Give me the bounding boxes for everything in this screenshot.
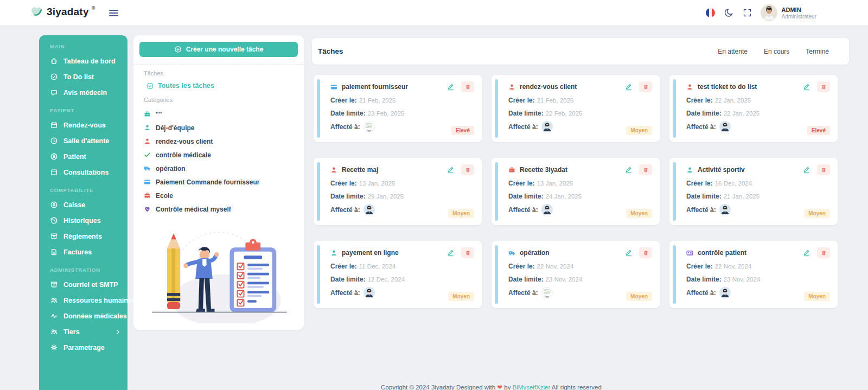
edit-task-button[interactable]	[624, 82, 634, 92]
heart-pulse-icon	[144, 206, 151, 213]
priority-badge: Moyen	[626, 126, 652, 135]
task-card: test ticket to do list Créer le:22 Jan, …	[669, 75, 838, 142]
sidebar-item-courriel-smtp[interactable]: Courriel et SMTP	[39, 277, 127, 292]
category-item[interactable]: Ecole	[144, 189, 299, 202]
edit-task-button[interactable]	[446, 248, 456, 258]
pencil-icon	[625, 249, 633, 257]
task-title: Activité sportiv	[698, 166, 745, 174]
task-card: Activité sportiv Créer le:16 Dec, 2024 D…	[669, 158, 838, 225]
sidebar-item-historiques[interactable]: Historiques	[39, 213, 127, 228]
sidebar-item-reglements[interactable]: Règlements	[39, 228, 127, 244]
assignee-avatar[interactable]	[363, 204, 375, 215]
user-icon	[144, 138, 151, 145]
sidebar-item-consultations[interactable]: Consultations	[39, 164, 127, 180]
sidebar-item-caisse[interactable]: Caisse	[39, 197, 127, 213]
edit-task-button[interactable]	[624, 165, 634, 175]
deadline-value: 29 Jan, 2025	[368, 193, 404, 200]
users-icon	[50, 296, 58, 304]
sidebar: MAIN Tableau de bord To Do list Avis méd…	[39, 35, 127, 390]
sidebar-item-rendez-vous[interactable]: Rendez-vous	[39, 117, 127, 133]
fullscreen-icon[interactable]	[743, 8, 752, 17]
edit-task-button[interactable]	[802, 82, 812, 92]
deadline-value: 23 Feb, 2025	[368, 110, 405, 117]
trash-icon	[821, 84, 827, 90]
assignee-avatar-broken-image[interactable]: Ise	[363, 121, 375, 132]
assignee-avatar-broken-image[interactable]: Ise	[541, 287, 553, 298]
created-value: 21 Feb, 2025	[537, 97, 574, 104]
assigned-label: Affecté à:	[686, 123, 716, 131]
edit-task-button[interactable]	[446, 165, 456, 175]
delete-task-button[interactable]	[639, 81, 652, 92]
edit-task-button[interactable]	[802, 248, 812, 258]
sidebar-item-patient[interactable]: Patient	[39, 149, 127, 164]
tab-termine[interactable]: Terminé	[806, 48, 829, 55]
edit-task-button[interactable]	[446, 82, 456, 92]
sidebar-item-to-do-list[interactable]: To Do list	[39, 69, 127, 85]
assignee-avatar[interactable]	[541, 121, 553, 132]
edit-task-button[interactable]	[624, 248, 634, 258]
category-item[interactable]: rendez-vous client	[144, 135, 299, 148]
delete-task-button[interactable]	[817, 247, 830, 258]
category-item[interactable]: Contrôle médical myself	[144, 202, 299, 216]
task-title: Recette 3iyadat	[520, 166, 567, 174]
all-tasks-link[interactable]: Toutes les tâches	[146, 82, 214, 89]
delete-task-button[interactable]	[639, 247, 652, 258]
created-value: 13 Jan, 2025	[537, 180, 573, 187]
created-label: Créer le:	[330, 180, 357, 187]
sidebar-item-factures[interactable]: Factures	[39, 244, 127, 260]
create-task-button[interactable]: Créer une nouvelle tâche	[139, 42, 298, 57]
briefcase-icon	[144, 192, 151, 199]
edit-task-button[interactable]	[802, 165, 812, 175]
delete-task-button[interactable]	[817, 81, 830, 92]
task-card: payement en ligne Créer le:11 Dec, 2024 …	[314, 241, 482, 308]
deadline-label: Date limite:	[330, 193, 366, 200]
created-value: 16 Dec, 2024	[715, 180, 752, 187]
delete-task-button[interactable]	[639, 164, 652, 175]
sidebar-item-donnees-medicales[interactable]: Données médicales	[39, 308, 127, 324]
pencil-icon	[625, 83, 633, 91]
category-item[interactable]: ""	[144, 107, 299, 121]
assigned-label: Affecté à:	[508, 123, 538, 131]
assignee-avatar[interactable]	[719, 121, 731, 132]
home-icon	[50, 57, 58, 65]
sidebar-item-avis-medecin[interactable]: Avis médecin	[39, 85, 127, 100]
assignee-avatar[interactable]	[719, 204, 731, 215]
ambulance-icon	[508, 250, 515, 257]
dark-mode-moon-icon[interactable]	[724, 8, 734, 18]
assignee-avatar[interactable]	[541, 204, 553, 215]
created-label: Créer le:	[686, 180, 713, 187]
delete-task-button[interactable]	[461, 247, 474, 258]
assigned-label: Affecté à:	[508, 289, 538, 297]
category-item[interactable]: contrôle médicale	[144, 148, 299, 162]
priority-badge: Moyen	[448, 292, 474, 301]
brand-logo[interactable]: 3iyadaty ®	[29, 4, 95, 21]
tab-en-cours[interactable]: En cours	[764, 48, 789, 55]
created-value: 22 Nov, 2024	[715, 263, 752, 270]
priority-badge: Moyen	[626, 292, 652, 301]
assignee-avatar[interactable]	[719, 287, 731, 298]
sidebar-item-tableau-de-bord[interactable]: Tableau de bord	[39, 53, 127, 69]
sidebar-item-parametrage[interactable]: Parametrage	[39, 340, 127, 355]
pencil-icon	[447, 166, 455, 174]
france-flag-icon[interactable]	[706, 8, 715, 17]
category-item[interactable]: Paiement Commande fournisseur	[144, 175, 299, 189]
tab-en-attente[interactable]: En attente	[718, 48, 748, 55]
status-tabs: En attente En cours Terminé	[718, 48, 829, 55]
user-icon	[686, 84, 693, 91]
deadline-value: 23 Nov, 2024	[724, 276, 761, 283]
assignee-avatar[interactable]	[363, 287, 375, 298]
footer-link[interactable]: BiMyselfXzier	[513, 384, 551, 390]
delete-task-button[interactable]	[461, 164, 474, 175]
sidebar-item-tiers[interactable]: Tiers	[39, 324, 127, 340]
user-menu[interactable]: ADMIN Administrateur	[761, 4, 816, 21]
category-item[interactable]: Déj-d'équipe	[144, 121, 299, 135]
deadline-label: Date limite:	[686, 193, 722, 200]
menu-icon[interactable]	[109, 10, 118, 16]
mail-archive-icon	[50, 280, 58, 289]
deadline-value: 22 Feb, 2025	[546, 110, 583, 117]
delete-task-button[interactable]	[817, 164, 830, 175]
delete-task-button[interactable]	[461, 81, 474, 92]
category-item[interactable]: opération	[144, 162, 299, 175]
sidebar-item-ressources-humaines[interactable]: Ressources humaines	[39, 292, 127, 308]
sidebar-item-salle-attente[interactable]: Salle d'attente	[39, 133, 127, 149]
